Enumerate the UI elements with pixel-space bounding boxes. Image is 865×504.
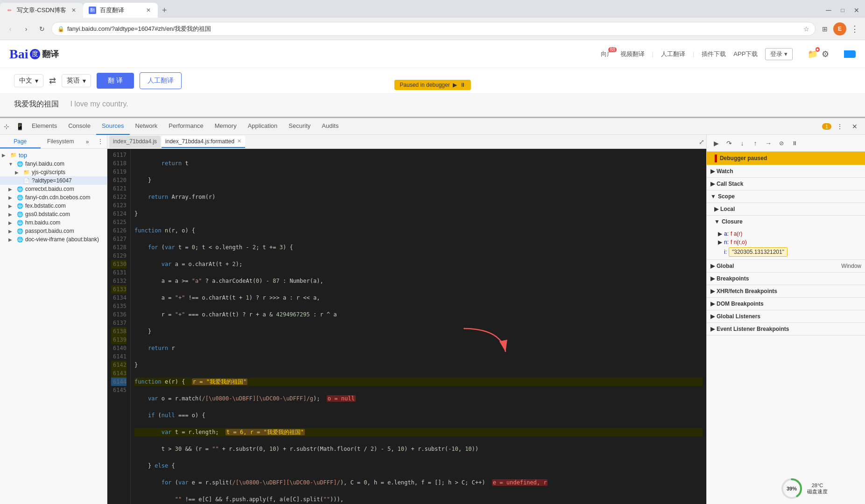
tab-network[interactable]: Network <box>130 118 163 135</box>
debugger-global-header[interactable]: ▶ Global Window <box>707 260 865 272</box>
debugger-section-watch: ▶ Watch <box>707 165 865 178</box>
settings-icon[interactable]: ⚙ <box>822 49 829 59</box>
tree-item-correctxt[interactable]: ▶ 🌐 correctxt.baidu.com <box>0 185 107 193</box>
tab-elements[interactable]: Elements <box>26 118 63 135</box>
step-into-button[interactable]: ↓ <box>737 138 748 149</box>
step-out-button[interactable]: ↑ <box>750 138 761 149</box>
step-over-icon[interactable]: ⏸ <box>460 82 465 88</box>
tab-audits[interactable]: Audits <box>316 118 344 135</box>
debugger-callstack-header[interactable]: ▶ Call Stack <box>707 178 865 190</box>
tab-console[interactable]: Console <box>63 118 96 135</box>
tree-item-passport[interactable]: ▶ 🌐 passport.baidu.com <box>0 227 107 235</box>
debugger-section-breakpoints: ▶ Breakpoints <box>707 273 865 285</box>
sources-more-icon[interactable]: » <box>81 135 94 148</box>
tree-arrow-fanyi: ▼ <box>8 161 15 167</box>
tree-item-fanyi-cdn[interactable]: ▶ 🌐 fanyi-cdn.cdn.bcebos.com <box>0 193 107 202</box>
forward-button[interactable]: › <box>20 22 33 35</box>
tab-csdn[interactable]: ✏ 写文章-CSDN博客 ✕ <box>0 3 83 18</box>
tab-security[interactable]: Security <box>283 118 316 135</box>
sources-filesystem-tab[interactable]: Filesystem <box>41 135 81 148</box>
debugger-section-dom: ▶ DOM Breakpoints <box>707 298 865 310</box>
sources-page-tab[interactable]: Page <box>0 135 41 148</box>
step-over-button[interactable]: ↷ <box>724 138 735 149</box>
pause-on-exceptions-button[interactable]: ⏸ <box>789 138 800 149</box>
menu-icon[interactable]: ⋮ <box>848 22 861 35</box>
tab-memory[interactable]: Memory <box>209 118 242 135</box>
tree-item-hm[interactable]: ▶ 🌐 hm.baidu.com <box>0 218 107 227</box>
tab-performance[interactable]: Performance <box>163 118 209 135</box>
debug-var-i[interactable]: ▶ i: "320305.131321201" <box>718 246 859 258</box>
profile-avatar[interactable]: E <box>833 22 846 35</box>
tree-item-fex[interactable]: ▶ 🌐 fex.bdstatic.com <box>0 202 107 210</box>
devtools-more-icon[interactable]: ⋮ <box>833 120 846 133</box>
tree-icon-doc: 🌐 <box>17 237 23 243</box>
tab-baidu-close[interactable]: ✕ <box>145 7 152 14</box>
nav-video-translate[interactable]: 视频翻译 <box>620 50 645 58</box>
minimize-button[interactable]: ─ <box>822 4 835 17</box>
resume-button[interactable]: ▶ <box>710 138 722 149</box>
devtools-inspect-icon[interactable]: ⊹ <box>0 120 13 133</box>
debugger-closure-header[interactable]: ▼ Closure <box>707 216 865 228</box>
translation-input[interactable]: 我爱我的祖国 I love my country. <box>0 94 865 117</box>
new-tab-button[interactable]: + <box>158 4 171 17</box>
devtools-close-icon[interactable]: ✕ <box>848 120 861 133</box>
editor-expand-icon[interactable]: ⤢ <box>699 138 704 146</box>
debugger-breakpoints-header[interactable]: ▶ Breakpoints <box>707 273 865 285</box>
human-translate-button[interactable]: 人工翻译 <box>140 72 182 89</box>
editor-tab-formatted[interactable]: index_71bdda4.js:formatted ✕ <box>162 136 245 148</box>
code-content: return t } return Array.from(r) } functi… <box>131 149 706 504</box>
translate-button[interactable]: 翻 译 <box>97 73 134 89</box>
step-button[interactable]: → <box>763 138 774 149</box>
xhr-arrow-icon: ▶ <box>710 288 715 294</box>
debug-var-a[interactable]: ▶ a: f a(r) <box>718 230 859 238</box>
debugger-xhr-header[interactable]: ▶ XHR/fetch Breakpoints <box>707 285 865 297</box>
debugger-global-listeners-header[interactable]: ▶ Global Listeners <box>707 310 865 322</box>
back-button[interactable]: ‹ <box>4 22 17 35</box>
tree-item-gss0[interactable]: ▶ 🌐 gss0.bdstatic.com <box>0 210 107 218</box>
nav-plugin-download[interactable]: 插件下载 <box>702 50 726 58</box>
tree-item-aldtype[interactable]: 📄 ?aldtype=16047 <box>0 176 107 185</box>
history-icon[interactable]: 📁● <box>808 49 818 59</box>
tree-item-doc[interactable]: ▶ 🌐 doc-view-iframe (about:blank) <box>0 235 107 244</box>
tab-csdn-close[interactable]: ✕ <box>70 7 77 14</box>
tab-sources[interactable]: Sources <box>96 118 130 135</box>
tab-csdn-title: 写文章-CSDN博客 <box>17 6 66 14</box>
var-a-expand: ▶ <box>718 231 722 237</box>
swap-langs-button[interactable]: ⇄ <box>49 76 56 86</box>
extensions-icon[interactable]: ⊞ <box>818 22 831 35</box>
debugger-section-global-listeners: ▶ Global Listeners <box>707 310 865 323</box>
debugger-scope-header[interactable]: ▼ Scope <box>707 190 865 203</box>
source-lang-select[interactable]: 中文 ▾ <box>14 74 43 87</box>
tree-icon-top: 📁 <box>10 152 17 158</box>
tab-baidu[interactable]: 翻 百度翻译 ✕ <box>83 3 158 18</box>
tree-item-fanyi[interactable]: ▼ 🌐 fanyi.baidu.com <box>0 160 107 168</box>
deactivate-breakpoints-button[interactable]: ⊘ <box>776 138 787 149</box>
debugger-event-listeners-header[interactable]: ▶ Event Listener Breakpoints <box>707 323 865 335</box>
nav-human-translate[interactable]: 人工翻译 <box>661 50 685 58</box>
tree-arrow-yjs: ▶ <box>15 170 21 175</box>
nav-login[interactable]: 登录 ▾ <box>765 48 793 60</box>
target-lang-select[interactable]: 英语 ▾ <box>62 74 91 87</box>
tree-item-top[interactable]: ▶ 📁 top <box>0 151 107 160</box>
nav-upload[interactable]: 向广 88 <box>601 50 613 58</box>
devtools-device-icon[interactable]: 📱 <box>13 120 26 133</box>
debugger-local-header[interactable]: ▶ Local <box>707 203 865 215</box>
editor-tab-formatted-close[interactable]: ✕ <box>237 138 241 144</box>
reload-button[interactable]: ↻ <box>35 22 49 35</box>
sources-left-options-icon[interactable]: ⋮ <box>94 135 107 148</box>
maximize-button[interactable]: □ <box>836 4 849 17</box>
tree-item-yjs[interactable]: ▶ 📁 yjs-cgi/scripts <box>0 168 107 176</box>
bookmark-icon[interactable]: ☆ <box>803 25 809 33</box>
editor-tab-js[interactable]: index_71bdda4.js <box>109 136 161 148</box>
debug-var-n[interactable]: ▶ n: f n(r,o) <box>718 238 859 246</box>
feedback-btn[interactable]: 意见反馈 <box>844 50 856 58</box>
close-window-button[interactable]: ✕ <box>850 4 863 17</box>
tab-application[interactable]: Application <box>242 118 283 135</box>
nav-app-download[interactable]: APP下载 <box>733 50 758 58</box>
address-bar[interactable]: 🔒 fanyi.baidu.com/?aldtype=16047#zh/en/我… <box>51 22 816 36</box>
debugger-dom-header[interactable]: ▶ DOM Breakpoints <box>707 298 865 310</box>
debugger-watch-header[interactable]: ▶ Watch <box>707 165 865 177</box>
lock-icon: 🔒 <box>57 26 64 32</box>
debugger-section-scope: ▼ Scope <box>707 190 865 203</box>
resume-icon[interactable]: ▶ <box>453 82 457 88</box>
